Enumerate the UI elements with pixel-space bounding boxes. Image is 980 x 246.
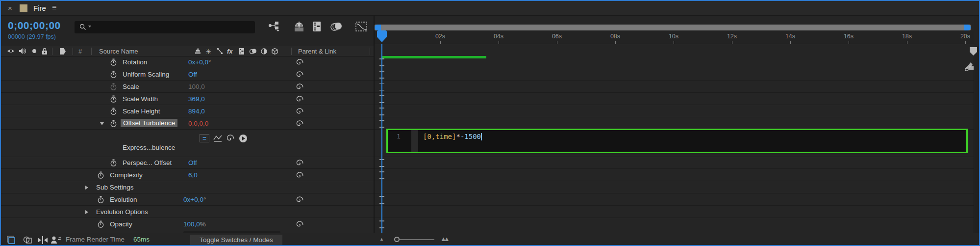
transfer-controls-pane-icon[interactable] [23, 235, 33, 246]
property-label[interactable]: Perspec... Offset [123, 159, 172, 166]
stopwatch-icon[interactable] [97, 196, 104, 204]
property-value[interactable]: 369,0 [188, 95, 205, 103]
zoom-slider-knob[interactable] [394, 237, 400, 242]
property-label[interactable]: Opacity [110, 220, 132, 228]
pickwhip-icon[interactable] [296, 83, 303, 91]
graph-editor-icon[interactable] [355, 21, 368, 34]
time-ruler[interactable]: 0s 02s 04s 06s 08s 10s 12s 14s 16s 18s 2… [375, 30, 974, 44]
property-row-complexity[interactable]: Complexity 6,0 [1, 169, 375, 181]
stopwatch-icon[interactable] [110, 108, 117, 115]
stopwatch-icon[interactable] [110, 120, 117, 128]
motion-blur-column-icon [249, 48, 258, 56]
property-label-selected[interactable]: Offset Turbulence [121, 119, 177, 127]
panel-menu-icon[interactable]: ≡ [52, 3, 56, 12]
timeline-zoom-slider[interactable] [395, 239, 434, 240]
property-label[interactable]: Scale Width [123, 95, 158, 103]
property-value-expression-driven[interactable]: 0,0,0,0 [188, 120, 208, 127]
property-row-scale-height[interactable]: Scale Height 894,0 [1, 106, 375, 117]
expression-pickwhip-icon[interactable] [226, 134, 234, 144]
stopwatch-icon[interactable] [110, 159, 117, 167]
current-time-indicator-line[interactable] [381, 44, 382, 233]
search-input[interactable] [75, 21, 255, 33]
stopwatch-icon[interactable] [110, 58, 117, 66]
stopwatch-icon[interactable] [97, 171, 104, 179]
in-out-stretch-panes-icon[interactable] [37, 235, 48, 246]
property-value[interactable]: 100,0% [183, 220, 206, 228]
expand-chevron-icon[interactable] [85, 186, 88, 190]
property-label[interactable]: Uniform Scaling [123, 71, 169, 78]
layer-switches-pane-icon[interactable] [6, 235, 17, 246]
navigator-start-handle[interactable] [375, 25, 381, 30]
pickwhip-icon[interactable] [296, 108, 303, 115]
frame-blending-icon[interactable] [311, 21, 323, 34]
property-label[interactable]: Evolution [110, 196, 137, 203]
group-row-evolution-options[interactable]: Evolution Options [1, 206, 375, 218]
expression-row[interactable]: Express...bulence = [1, 130, 375, 157]
label-tag-icon[interactable] [59, 48, 67, 56]
expression-language-menu-icon[interactable] [239, 134, 248, 145]
expression-code[interactable]: [0,time]*-1500 [423, 133, 482, 140]
comp-tab-title[interactable]: Fire [33, 4, 46, 12]
pickwhip-icon[interactable] [296, 95, 303, 103]
zoom-out-icon[interactable]: ▲ [379, 237, 384, 242]
property-row-evolution[interactable]: Evolution 0x+0,0° [1, 194, 375, 206]
property-row-scale-width[interactable]: Scale Width 369,0 [1, 93, 375, 105]
column-parent-link[interactable]: Parent & Link [298, 48, 336, 55]
stopwatch-icon[interactable] [97, 220, 104, 228]
enable-expression-icon[interactable]: = [200, 134, 209, 142]
audio-speaker-icon[interactable] [19, 48, 26, 56]
current-timecode[interactable]: 0;00;00;00 [8, 20, 61, 31]
expression-label[interactable]: Express...bulence [123, 144, 175, 151]
comp-marker-quill-icon[interactable] [963, 60, 976, 75]
zoom-in-icon[interactable]: ▲▲ [440, 235, 447, 243]
property-value[interactable]: Off [188, 159, 197, 166]
collapse-transformations-icon: ☀ [205, 48, 212, 55]
post-expression-graph-icon[interactable] [213, 134, 223, 144]
timeline-row [375, 157, 974, 169]
property-value[interactable]: 0x+0,0° [188, 58, 211, 66]
column-source-name[interactable]: Source Name [99, 48, 138, 55]
group-label[interactable]: Sub Settings [96, 184, 134, 191]
property-row-scale-disabled[interactable]: Scale 100,0 [1, 81, 375, 93]
expand-chevron-icon[interactable] [85, 210, 88, 214]
property-label[interactable]: Scale Height [123, 108, 160, 115]
comp-mini-flowchart-icon[interactable] [268, 21, 281, 33]
pickwhip-icon[interactable] [296, 71, 303, 79]
property-value[interactable]: Off [188, 71, 197, 78]
property-label[interactable]: Rotation [123, 58, 147, 66]
stopwatch-icon[interactable] [110, 71, 117, 79]
video-eye-icon[interactable] [7, 48, 15, 56]
column-index[interactable]: # [78, 48, 82, 55]
collapse-chevron-icon[interactable] [100, 122, 104, 125]
property-value[interactable]: 0x+0,0° [183, 196, 206, 203]
search-options-caret-icon[interactable] [88, 26, 91, 27]
property-value[interactable]: 894,0 [188, 108, 205, 115]
solo-icon[interactable] [31, 48, 37, 56]
navigator-end-handle[interactable] [964, 25, 971, 30]
motion-blur-icon[interactable] [329, 21, 344, 34]
pickwhip-icon[interactable] [296, 171, 303, 179]
stopwatch-icon[interactable] [110, 95, 117, 103]
property-row-offset-turbulence[interactable]: Offset Turbulence 0,0,0,0 [1, 118, 375, 130]
hide-shy-layers-icon[interactable] [292, 21, 306, 34]
property-row-opacity[interactable]: Opacity 100,0% [1, 219, 375, 230]
group-label[interactable]: Evolution Options [96, 208, 148, 216]
render-time-pane-icon[interactable] [50, 235, 62, 246]
property-value[interactable]: 6,0 [188, 171, 198, 179]
property-row-rotation[interactable]: Rotation 0x+0,0° [1, 56, 375, 68]
comp-label-swatch[interactable] [20, 4, 27, 12]
expression-editor[interactable]: 1 [0,time]*-1500 [386, 129, 968, 153]
property-row-perspective-offset[interactable]: Perspec... Offset Off [1, 157, 375, 169]
property-row-uniform-scaling[interactable]: Uniform Scaling Off [1, 69, 375, 81]
toggle-switches-modes-button[interactable]: Toggle Switches / Modes [190, 234, 283, 246]
pickwhip-icon[interactable] [296, 196, 303, 204]
lock-icon[interactable] [41, 48, 48, 56]
pickwhip-icon[interactable] [296, 120, 303, 128]
pickwhip-icon[interactable] [296, 58, 303, 66]
pickwhip-icon[interactable] [296, 159, 303, 167]
pickwhip-icon[interactable] [296, 220, 303, 228]
property-label[interactable]: Complexity [110, 171, 143, 179]
group-row-sub-settings[interactable]: Sub Settings [1, 182, 375, 193]
close-panel-icon[interactable]: × [8, 4, 12, 12]
time-navigator-bar[interactable] [375, 25, 971, 30]
